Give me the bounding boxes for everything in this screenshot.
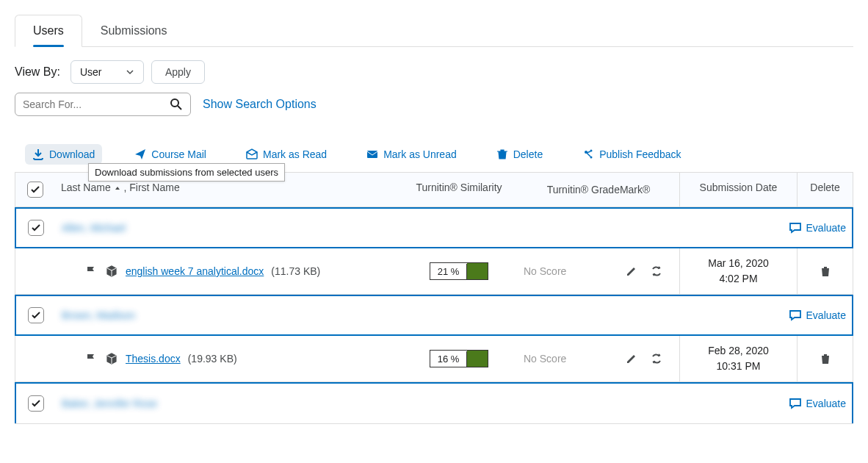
file-size: (11.73 KB): [271, 265, 320, 277]
svg-line-1: [178, 106, 181, 110]
submission-date: Mar 16, 20204:02 PM: [686, 256, 791, 287]
svg-rect-2: [367, 151, 377, 158]
view-by-value: User: [80, 66, 102, 78]
view-by-label: View By:: [15, 65, 60, 79]
row-checkbox[interactable]: [28, 307, 44, 323]
search-input[interactable]: [23, 98, 170, 110]
similarity-percent: 16 %: [430, 351, 468, 367]
search-box: [15, 93, 191, 116]
download-action[interactable]: Download: [25, 144, 102, 165]
course-mail-label: Course Mail: [151, 148, 206, 160]
user-row: Brown, Madison Evaluate: [15, 295, 853, 336]
view-by-select[interactable]: User: [70, 60, 144, 84]
evaluate-link[interactable]: Evaluate: [789, 309, 846, 322]
trash-icon[interactable]: [819, 352, 832, 365]
delete-action[interactable]: Delete: [489, 144, 550, 165]
flag-icon[interactable]: [84, 265, 98, 278]
similarity-percent: 21 %: [430, 264, 468, 279]
delete-label: Delete: [513, 148, 543, 160]
tabs: Users Submissions: [15, 15, 853, 47]
send-icon: [134, 148, 146, 160]
file-link[interactable]: english week 7 analytical.docx: [126, 265, 264, 277]
mail-icon: [366, 148, 378, 160]
download-tooltip: Download submissions from selected users: [88, 163, 285, 182]
col-header-similarity: Turnitin® Similarity: [400, 173, 518, 207]
user-row: Baker, Jennifer Rose Evaluate: [15, 382, 853, 423]
evaluate-label: Evaluate: [806, 309, 846, 321]
tab-submissions[interactable]: Submissions: [82, 15, 186, 46]
evaluate-label: Evaluate: [806, 222, 846, 234]
user-row: Allen, Michael Evaluate: [15, 207, 853, 248]
student-name[interactable]: Brown, Madison: [62, 309, 135, 321]
mark-unread-label: Mark as Unread: [383, 148, 457, 160]
document-icon: [105, 265, 118, 278]
similarity-color: [467, 351, 488, 367]
similarity-badge[interactable]: 16 %: [430, 350, 489, 367]
comment-icon: [789, 309, 802, 322]
tab-users[interactable]: Users: [15, 15, 82, 47]
mail-open-icon: [246, 148, 258, 160]
evaluate-link[interactable]: Evaluate: [789, 397, 846, 410]
publish-icon: [582, 148, 594, 160]
col-lastname-label: Last Name: [61, 182, 111, 193]
flag-icon[interactable]: [84, 352, 98, 365]
refresh-icon[interactable]: [650, 352, 663, 365]
search-row: Show Search Options: [15, 93, 853, 116]
row-checkbox[interactable]: [28, 220, 44, 236]
col-header-grademark: Turnitin® GradeMark®: [518, 173, 679, 207]
submission-date: Feb 28, 202010:31 PM: [686, 343, 791, 374]
apply-button[interactable]: Apply: [151, 60, 205, 84]
chevron-down-icon: [126, 68, 134, 76]
student-name[interactable]: Baker, Jennifer Rose: [62, 398, 157, 409]
grademark-score: No Score: [524, 353, 566, 365]
similarity-color: [467, 263, 488, 279]
refresh-icon[interactable]: [650, 265, 663, 278]
file-size: (19.93 KB): [188, 353, 237, 365]
mark-unread-action[interactable]: Mark as Unread: [359, 144, 464, 165]
submission-row: english week 7 analytical.docx (11.73 KB…: [15, 248, 853, 295]
download-label: Download: [49, 148, 95, 160]
sort-asc-icon: [114, 184, 121, 192]
grademark-score: No Score: [524, 265, 566, 277]
download-icon: [32, 148, 44, 160]
document-icon: [105, 352, 118, 365]
col-firstname-label: , First Name: [123, 182, 179, 193]
comment-icon: [789, 221, 802, 234]
mark-read-label: Mark as Read: [263, 148, 327, 160]
search-icon[interactable]: [170, 98, 183, 111]
submission-row: Thesis.docx (19.93 KB) 16 % No Score Feb…: [15, 336, 853, 382]
row-checkbox[interactable]: [28, 395, 44, 412]
filter-bar: View By: User Apply: [15, 60, 853, 84]
select-all-checkbox[interactable]: [27, 182, 43, 198]
comment-icon: [789, 397, 802, 410]
student-name[interactable]: Allen, Michael: [62, 222, 126, 234]
submissions-table: Last Name , First Name Turnitin® Similar…: [15, 172, 853, 424]
mark-read-action[interactable]: Mark as Read: [239, 144, 334, 165]
trash-icon: [496, 148, 508, 160]
svg-point-0: [171, 99, 178, 107]
publish-feedback-label: Publish Feedback: [599, 148, 681, 160]
file-link[interactable]: Thesis.docx: [126, 353, 181, 365]
trash-icon[interactable]: [819, 265, 832, 278]
col-header-date[interactable]: Submission Date: [679, 173, 797, 207]
show-search-options-link[interactable]: Show Search Options: [203, 98, 317, 111]
edit-icon[interactable]: [625, 265, 638, 278]
similarity-badge[interactable]: 21 %: [430, 262, 489, 280]
col-header-delete: Delete: [797, 173, 853, 207]
publish-feedback-action[interactable]: Publish Feedback: [575, 144, 688, 165]
evaluate-link[interactable]: Evaluate: [789, 221, 846, 234]
evaluate-label: Evaluate: [806, 398, 846, 409]
course-mail-action[interactable]: Course Mail: [127, 144, 214, 165]
edit-icon[interactable]: [625, 352, 638, 365]
bulk-actions: Download Course Mail Mark as Read Mark a…: [15, 137, 853, 172]
